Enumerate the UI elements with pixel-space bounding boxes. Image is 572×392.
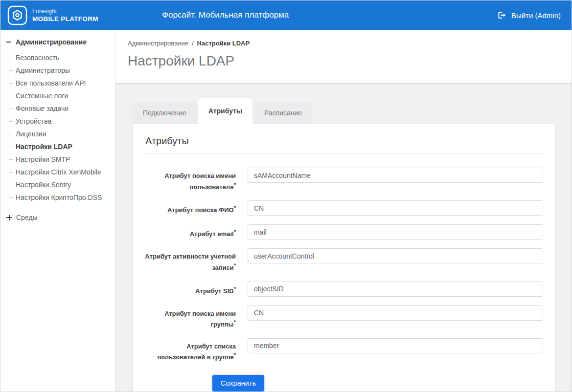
breadcrumb-current: Настройки LDAP xyxy=(197,40,250,47)
breadcrumb: Администрирование / Настройки LDAP xyxy=(128,40,572,47)
logo-line1: Foresight xyxy=(32,8,98,15)
sidebar-item-security[interactable]: Безопасность xyxy=(9,51,115,64)
field-label: Атрибут поиска ФИО xyxy=(167,207,234,214)
field-row-email-attr: Атрибут email* xyxy=(144,224,543,240)
required-asterisk: * xyxy=(234,182,236,188)
fullname-attr-input[interactable] xyxy=(248,200,543,216)
sidebar-item-cryptopro-settings[interactable]: Настройки КриптоПро DSS xyxy=(9,191,115,204)
main-area: Администрирование / Настройки LDAP Настр… xyxy=(115,30,572,392)
sidebar-item-administrators[interactable]: Администраторы xyxy=(9,64,115,77)
field-label: Атрибут списка пользователей в группе xyxy=(157,343,236,361)
group-name-attr-input[interactable] xyxy=(248,305,543,321)
app-logo: Foresight MOBILE PLATFORM xyxy=(7,5,98,25)
field-label: Атрибут активности учетной записи xyxy=(145,253,236,271)
group-members-attr-input[interactable] xyxy=(248,338,543,353)
sidebar-item-citrix-settings[interactable]: Настройки Citrix XenMobile xyxy=(9,166,115,178)
page-head: Администрирование / Настройки LDAP Настр… xyxy=(115,30,572,84)
collapse-minus-icon xyxy=(6,42,11,43)
tab-connection[interactable]: Подключение xyxy=(133,102,197,124)
sidebar-item-ldap-settings[interactable]: Настройки LDAP xyxy=(9,140,115,153)
sidebar-item-smtp-settings[interactable]: Настройки SMTP xyxy=(9,153,115,166)
sidebar-item-devices[interactable]: Устройства xyxy=(9,115,115,128)
field-row-fullname-attr: Атрибут поиска ФИО* xyxy=(144,200,543,216)
sign-out-icon xyxy=(497,11,506,20)
logo-line2: MOBILE PLATFORM xyxy=(32,15,98,23)
panel-heading: Атрибуты xyxy=(144,134,543,153)
required-asterisk: * xyxy=(234,205,236,211)
sidebar-item-sentry-settings[interactable]: Настройки Sentry xyxy=(9,178,115,191)
required-asterisk: * xyxy=(234,352,236,358)
field-row-group-members-attr: Атрибут списка пользователей в группе* xyxy=(144,338,543,362)
required-asterisk: * xyxy=(234,262,236,268)
field-row-sid-attr: Атрибут SID* xyxy=(144,282,543,297)
sidebar-item-background-tasks[interactable]: Фоновые задачи xyxy=(9,102,115,115)
sidebar-group-administration[interactable]: Администрирование xyxy=(0,31,115,48)
field-row-account-active-attr: Атрибут активности учетной записи* xyxy=(144,248,543,272)
page-title: Настройки LDAP xyxy=(128,53,572,69)
tab-bar: Подключение Атрибуты Расписание xyxy=(133,98,555,124)
field-row-group-name-attr: Атрибут поиска имени группы* xyxy=(144,305,543,329)
panel-divider xyxy=(144,153,543,154)
breadcrumb-separator: / xyxy=(192,40,194,47)
required-asterisk: * xyxy=(234,286,236,292)
sidebar-item-system-logs[interactable]: Системные логи xyxy=(9,89,115,102)
field-label: Атрибут SID xyxy=(195,287,233,295)
sidebar-group-environments[interactable]: Среды xyxy=(6,214,115,221)
sidebar-item-api-users[interactable]: Все пользователи API xyxy=(9,77,115,89)
foresight-logo-icon xyxy=(7,5,27,25)
tab-schedule[interactable]: Расписание xyxy=(254,102,312,124)
field-label: Атрибут поиска имени группы xyxy=(164,310,236,328)
sidebar: Администрирование Безопасность Администр… xyxy=(0,30,115,392)
app-header: Foresight MOBILE PLATFORM Форсайт. Мобил… xyxy=(0,0,572,30)
account-active-attr-input[interactable] xyxy=(248,248,543,263)
content: Подключение Атрибуты Расписание Атрибуты… xyxy=(115,84,572,392)
save-button[interactable]: Сохранить xyxy=(212,375,264,392)
field-row-username-attr: Атрибут поиска имени пользователя* xyxy=(144,168,543,192)
field-label: Атрибут email xyxy=(190,231,234,238)
attributes-panel: Атрибуты Атрибут поиска имени пользовате… xyxy=(133,124,555,392)
app-title: Форсайт. Мобильная платформа xyxy=(162,10,289,20)
logout-label: Выйти (Admin) xyxy=(511,11,561,20)
breadcrumb-parent[interactable]: Администрирование xyxy=(128,40,188,47)
sidebar-environments-label: Среды xyxy=(16,214,38,221)
logout-button[interactable]: Выйти (Admin) xyxy=(497,11,561,20)
tab-attributes[interactable]: Атрибуты xyxy=(198,98,252,124)
username-attr-input[interactable] xyxy=(248,168,543,183)
sidebar-item-licenses[interactable]: Лицензии xyxy=(9,128,115,140)
sidebar-tree: Безопасность Администраторы Все пользова… xyxy=(9,51,115,204)
required-asterisk: * xyxy=(234,229,236,235)
required-asterisk: * xyxy=(234,319,236,325)
field-label: Атрибут поиска имени пользователя xyxy=(164,172,236,191)
sid-attr-input[interactable] xyxy=(248,282,543,297)
expand-plus-icon xyxy=(6,215,12,220)
sidebar-group-label: Администрирование xyxy=(16,38,87,46)
email-attr-input[interactable] xyxy=(248,224,543,240)
